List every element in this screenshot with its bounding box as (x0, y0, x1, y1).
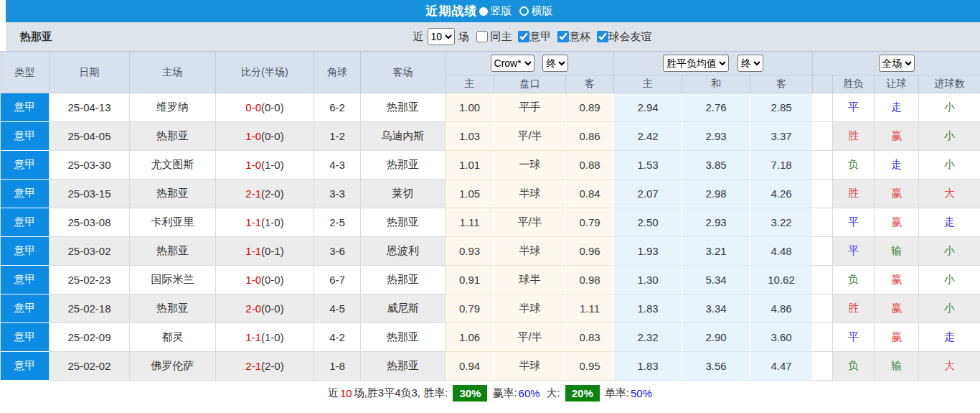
vertical-layout-radio-icon[interactable] (479, 7, 488, 16)
halftime-score: (0-0) (261, 302, 284, 315)
away-team[interactable]: 威尼斯 (361, 294, 446, 323)
same-home-checkbox[interactable] (476, 31, 488, 42)
fulltime-score: 2-1 (245, 187, 261, 200)
avg-odds-select[interactable]: 胜平负均值 (663, 55, 729, 72)
handicap-result: 赢 (875, 122, 919, 151)
corners: 4-5 (314, 294, 361, 323)
odds-company-time-select[interactable]: 终 (542, 55, 568, 72)
handicap-line: 一球 (494, 151, 566, 180)
handicap-line: 平手 (494, 93, 566, 122)
odds-company-select[interactable]: Crow* (491, 55, 534, 72)
league-badge: 意甲 (1, 208, 50, 237)
handicap-result: 输 (875, 352, 919, 381)
league-badge: 意甲 (1, 323, 50, 352)
league-checkbox-club-friendly[interactable] (597, 31, 608, 42)
header-away: 客场 (361, 52, 446, 93)
fulltime-score: 1-0 (245, 274, 261, 286)
match-row: 意甲 25-04-13 维罗纳 0-0(0-0) 6-2 热那亚 1.00 平手… (1, 93, 980, 122)
header-spacer (813, 75, 833, 93)
away-team[interactable]: 热那亚 (361, 323, 446, 352)
header-odds-home: 主 (614, 75, 682, 93)
big-rate-label: 大: (547, 386, 560, 400)
recent-count-select[interactable]: 10 (428, 28, 455, 45)
horizontal-layout-label[interactable]: 横版 (532, 4, 553, 18)
handicap-home-odds: 0.93 (446, 237, 494, 266)
corners: 6-2 (314, 93, 361, 122)
header-result: 胜负 (833, 75, 875, 93)
match-row: 意甲 25-04-05 热那亚 1-0(0-0) 1-2 乌迪内斯 1.03 平… (1, 122, 980, 151)
match-result: 平 (833, 208, 875, 237)
home-team[interactable]: 热那亚 (130, 237, 216, 266)
handicap-line: 半球 (494, 237, 566, 266)
league-badge: 意甲 (1, 151, 50, 180)
away-team[interactable]: 热那亚 (361, 266, 446, 294)
home-team[interactable]: 国际米兰 (130, 266, 216, 294)
league-label-coppa-italia: 意杯 (570, 30, 591, 44)
avg-home-odds: 2.42 (614, 122, 682, 151)
fulltime-score: 1-1 (245, 331, 261, 343)
league-label-club-friendly: 球会友谊 (609, 30, 652, 44)
handicap-result: 走 (875, 151, 919, 180)
league-badge: 意甲 (1, 237, 50, 266)
match-date: 25-02-09 (50, 323, 130, 352)
spacer-cell (813, 122, 833, 151)
league-badge: 意甲 (1, 294, 50, 323)
scope-section-header: 全场 (813, 52, 980, 75)
away-team[interactable]: 恩波利 (361, 237, 446, 266)
header-score: 比分(半场) (216, 52, 314, 93)
handicap-away-odds: 0.79 (566, 208, 614, 237)
away-team[interactable]: 热那亚 (361, 352, 446, 381)
layout-radio-group: 竖版 横版 (479, 4, 560, 18)
home-team[interactable]: 热那亚 (130, 122, 216, 151)
home-team[interactable]: 都灵 (130, 323, 216, 352)
halftime-score: (1-0) (261, 331, 284, 343)
league-checkbox-serie-a[interactable] (518, 31, 529, 42)
handicap-line: 半球 (494, 180, 566, 208)
avg-away-odds: 4.26 (750, 180, 813, 208)
halftime-score: (1-0) (261, 159, 284, 171)
avg-away-odds: 7.18 (750, 151, 813, 180)
goal-result: 小 (919, 151, 980, 180)
handicap-home-odds: 1.11 (446, 208, 494, 237)
avg-draw-odds: 3.21 (682, 237, 750, 266)
home-team[interactable]: 卡利亚里 (130, 208, 216, 237)
match-row: 意甲 25-03-15 热那亚 2-1(2-0) 3-3 莱切 1.05 半球 … (1, 180, 980, 208)
avg-home-odds: 2.07 (614, 180, 682, 208)
scope-select[interactable]: 全场 (879, 55, 915, 72)
footer-prefix: 近 (328, 386, 339, 400)
score-cell: 2-1(2-0) (216, 180, 314, 208)
avg-draw-odds: 2.90 (682, 323, 750, 352)
handicap-home-odds: 0.94 (446, 352, 494, 381)
score-cell: 0-0(0-0) (216, 93, 314, 122)
away-team[interactable]: 热那亚 (361, 93, 446, 122)
corners: 1-2 (314, 122, 361, 151)
horizontal-layout-radio-icon[interactable] (519, 6, 529, 16)
away-team[interactable]: 莱切 (361, 180, 446, 208)
league-checkbox-coppa-italia[interactable] (557, 31, 569, 42)
avg-home-odds: 2.94 (614, 93, 682, 122)
avg-away-odds: 4.47 (750, 352, 813, 381)
home-team[interactable]: 尤文图斯 (130, 151, 216, 180)
home-team[interactable]: 维罗纳 (130, 93, 216, 122)
header-handicap-away: 客 (566, 75, 614, 93)
match-result: 胜 (833, 180, 875, 208)
avg-away-odds: 4.86 (750, 294, 813, 323)
home-team[interactable]: 热那亚 (130, 294, 216, 323)
vertical-layout-label[interactable]: 竖版 (491, 4, 512, 18)
handicap-line: 半球 (494, 294, 566, 323)
avg-draw-odds: 3.56 (682, 352, 750, 381)
avg-odds-time-select[interactable]: 终 (738, 55, 763, 72)
away-team[interactable]: 乌迪内斯 (361, 122, 446, 151)
goal-result: 小 (919, 122, 980, 151)
matches-label: 场 (458, 30, 469, 44)
handicap-result: 赢 (875, 180, 919, 208)
corners: 3-6 (314, 237, 361, 266)
away-team[interactable]: 热那亚 (361, 208, 446, 237)
match-date: 25-03-15 (50, 180, 130, 208)
home-team[interactable]: 热那亚 (130, 180, 216, 208)
away-team[interactable]: 热那亚 (361, 151, 446, 180)
fulltime-score: 1-1 (245, 216, 261, 228)
match-date: 25-04-13 (50, 93, 130, 122)
header-date: 日期 (50, 52, 130, 93)
home-team[interactable]: 佛罗伦萨 (130, 352, 216, 381)
